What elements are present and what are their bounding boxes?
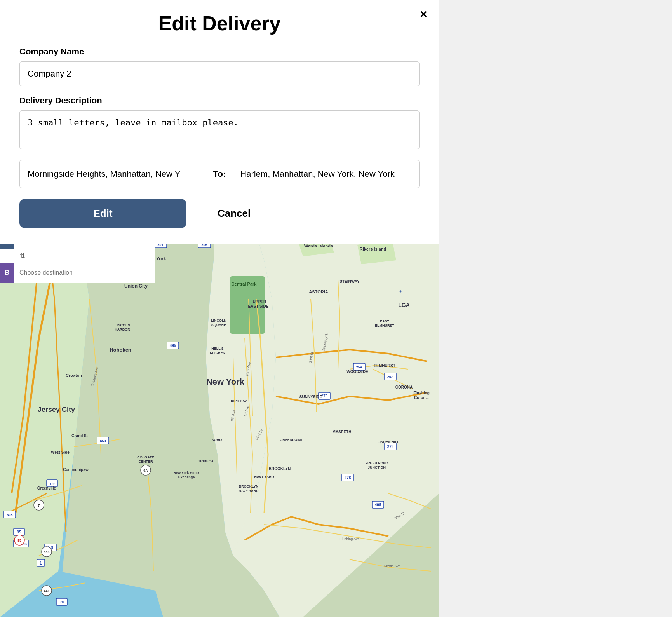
svg-text:95: 95 (17, 539, 21, 542)
svg-text:KITCHEN: KITCHEN (210, 351, 225, 355)
svg-text:Communipaw: Communipaw (63, 467, 89, 472)
svg-text:Greenville: Greenville (37, 486, 56, 490)
delivery-description-input[interactable]: 3 small letters, leave in mailbox please… (19, 110, 420, 149)
svg-text:CORONA: CORONA (395, 385, 413, 389)
svg-text:GREENPOINT: GREENPOINT (280, 438, 303, 442)
svg-text:HARBOR: HARBOR (115, 328, 130, 331)
svg-text:Flushing Ave: Flushing Ave (339, 537, 359, 541)
svg-text:95: 95 (17, 530, 21, 534)
svg-text:Rikers Island: Rikers Island (360, 247, 386, 251)
svg-text:✈: ✈ (398, 288, 403, 295)
svg-text:278: 278 (321, 394, 328, 398)
svg-text:Exchange: Exchange (178, 475, 195, 479)
cancel-button[interactable]: Cancel (202, 199, 266, 228)
modal-container: × Edit Delivery Company Name Delivery De… (0, 0, 439, 244)
swap-icon[interactable]: ⇅ (19, 252, 25, 260)
svg-text:278: 278 (387, 444, 394, 449)
svg-text:440: 440 (44, 550, 49, 554)
svg-text:STEINWAY: STEINWAY (339, 279, 360, 284)
svg-text:EAST SIDE: EAST SIDE (248, 304, 269, 308)
svg-text:JUNCTION: JUNCTION (368, 465, 386, 469)
to-label: To: (207, 160, 232, 188)
svg-text:Hoboken: Hoboken (110, 347, 131, 353)
close-button[interactable]: × (420, 8, 427, 20)
svg-text:7: 7 (38, 504, 40, 507)
svg-text:New York Stock: New York Stock (173, 471, 200, 475)
svg-text:CENTER: CENTER (138, 460, 153, 464)
svg-text:COLGATE: COLGATE (137, 455, 154, 459)
svg-text:9A: 9A (143, 469, 148, 472)
svg-text:Coron...: Coron... (414, 396, 429, 400)
svg-text:New York: New York (206, 377, 245, 387)
svg-text:LINCOLN: LINCOLN (115, 323, 130, 327)
svg-text:LINCOLN: LINCOLN (211, 319, 226, 322)
svg-text:495: 495 (170, 343, 176, 348)
from-address-input[interactable] (19, 160, 207, 188)
svg-text:HELL'S: HELL'S (211, 347, 224, 350)
svg-text:SOHO: SOHO (212, 438, 222, 442)
svg-text:78: 78 (60, 600, 64, 604)
svg-text:MASPETH: MASPETH (333, 430, 352, 434)
modal-title: Edit Delivery (19, 12, 420, 35)
svg-text:WOODSIDE: WOODSIDE (346, 370, 368, 374)
route-to-row: B (0, 263, 155, 283)
map-area: 95 TRUCK 1-9 1 501 505 278 (0, 221, 439, 617)
company-name-input[interactable] (19, 61, 420, 86)
svg-text:KIPS BAY: KIPS BAY (231, 399, 247, 403)
svg-text:1: 1 (40, 561, 42, 565)
delivery-description-label: Delivery Description (19, 96, 420, 106)
svg-text:SQUARE: SQUARE (211, 323, 226, 327)
svg-text:Flushing: Flushing (413, 391, 430, 395)
route-swap-row: ⇅ (0, 249, 155, 263)
svg-text:LINDEN HILL: LINDEN HILL (378, 440, 399, 444)
svg-text:Myrtle Ave: Myrtle Ave (384, 564, 400, 568)
svg-text:495: 495 (375, 503, 381, 507)
svg-text:BROOKLYN: BROOKLYN (269, 467, 291, 471)
company-name-label: Company Name (19, 47, 420, 57)
svg-text:508: 508 (7, 513, 12, 517)
svg-text:ASTORIA: ASTORIA (309, 289, 328, 294)
modal-overlay: 95 TRUCK 1-9 1 501 505 278 (0, 0, 439, 617)
route-row: To: (19, 160, 420, 188)
action-row: Edit Cancel (19, 199, 420, 228)
edit-button[interactable]: Edit (19, 199, 186, 228)
svg-text:Central Park: Central Park (232, 282, 257, 286)
svg-text:278: 278 (345, 476, 351, 480)
svg-text:1-9: 1-9 (49, 482, 54, 486)
svg-text:25A: 25A (387, 375, 394, 379)
svg-text:Grand St: Grand St (71, 434, 88, 438)
svg-text:Croxton: Croxton (66, 373, 82, 378)
svg-text:NAVY YARD: NAVY YARD (239, 489, 259, 493)
to-address-input[interactable] (232, 160, 420, 188)
svg-text:West Side: West Side (51, 450, 70, 455)
svg-text:Wards Islands: Wards Islands (304, 244, 333, 248)
route-to-input[interactable] (14, 263, 155, 283)
svg-text:NAVY YARD: NAVY YARD (254, 475, 274, 479)
svg-text:EAST: EAST (380, 319, 390, 323)
svg-text:FRESH POND: FRESH POND (365, 461, 388, 465)
svg-text:UPPER: UPPER (253, 300, 266, 304)
svg-text:BROOKLYN: BROOKLYN (239, 485, 259, 488)
svg-text:Union City: Union City (124, 283, 148, 289)
svg-text:LGA: LGA (398, 302, 410, 308)
svg-text:ELMHURST: ELMHURST (375, 324, 394, 328)
svg-text:440: 440 (44, 589, 49, 593)
svg-text:ELMHURST: ELMHURST (374, 364, 395, 368)
svg-text:TRIBECA: TRIBECA (198, 459, 214, 463)
svg-text:25A: 25A (356, 365, 363, 369)
route-marker-b: B (0, 263, 14, 283)
svg-text:653: 653 (100, 439, 106, 443)
svg-text:SUNNYSIDE: SUNNYSIDE (299, 395, 322, 399)
svg-text:Jersey City: Jersey City (38, 406, 75, 413)
